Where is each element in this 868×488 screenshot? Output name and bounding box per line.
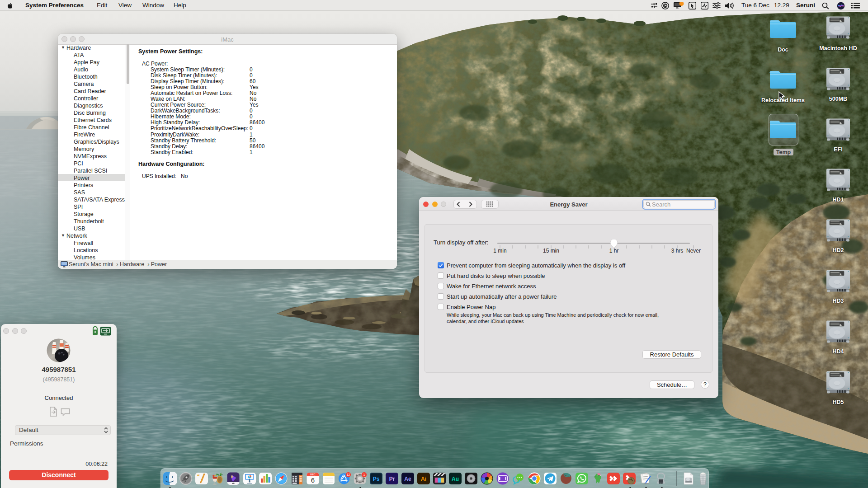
svg-text:12: 12 [347,473,350,476]
svg-text:DEC: DEC [310,473,316,476]
svg-text:Ps: Ps [373,476,380,482]
svg-text:Au: Au [452,476,459,482]
svg-text:Ae: Ae [404,476,411,482]
svg-text:Pr: Pr [389,476,395,482]
svg-text:“: “ [197,473,200,479]
svg-text:6: 6 [311,476,315,484]
svg-text:1: 1 [363,473,365,476]
svg-text:Ai: Ai [421,476,426,482]
